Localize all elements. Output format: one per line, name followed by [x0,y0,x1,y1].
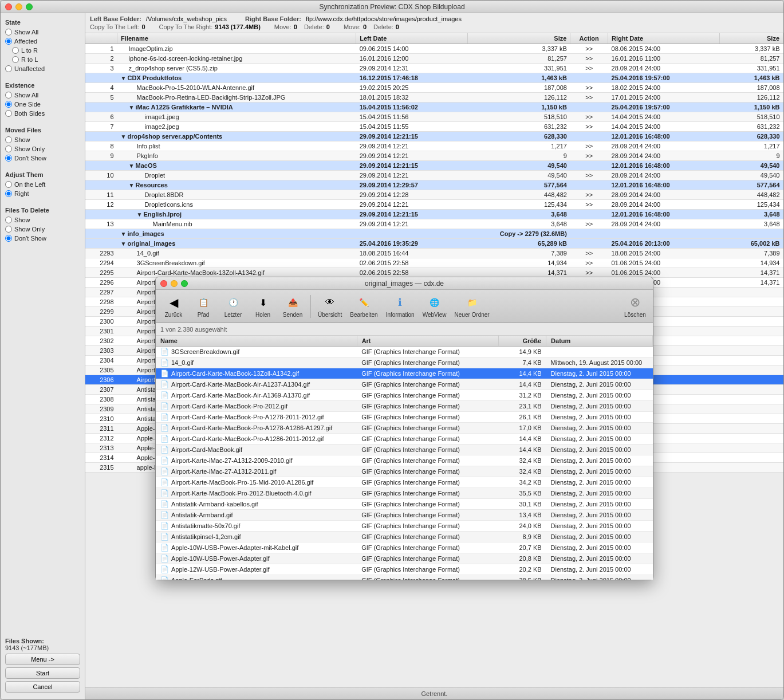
moved-show[interactable]: Show [3,136,82,144]
table-row[interactable]: 10 Droplet 29.09.2014 12:21 49,540 >> 28… [85,171,783,180]
table-row[interactable]: 5 MacBook-Pro-Retina-LED-Backlight-Strip… [85,93,783,103]
finder-maximize-button[interactable] [181,280,188,287]
table-row[interactable]: 11 Droplet.8BDR 29.09.2014 12:28 448,482… [85,190,783,200]
finder-list-item[interactable]: 📄Airport-Card-Karte-MacBook-Pro-2012.gif… [156,401,653,412]
table-row[interactable]: 2295 Airport-Card-Karte-MacBook-13Zoll-A… [85,268,783,278]
ftd-dont-show-radio[interactable] [5,235,12,242]
finder-col-size[interactable]: Größe [499,336,546,347]
table-row[interactable]: 9 PkgInfo 29.09.2014 12:21 9 >> 28.09.20… [85,151,783,161]
table-row[interactable]: 3 z_drop4shop server (CS5.5).zip 29.09.2… [85,64,783,73]
state-l-to-r-radio[interactable] [12,47,19,54]
finder-send-button[interactable]: 📤 Senden [278,292,307,320]
finder-overview-button[interactable]: 👁 Übersicht [314,292,345,320]
finder-info-button[interactable]: ℹ Information [383,292,418,320]
finder-list-item[interactable]: 📄Apple-10W-USB-Power-Adapter-mit-Kabel.g… [156,542,653,553]
table-row[interactable]: 2294 3GScreenBreakdown.gif 02.06.2015 22… [85,258,783,268]
table-row[interactable]: ▼Resources 29.09.2014 12:29:57 577,564 1… [85,180,783,190]
finder-delete-button[interactable]: ⊗ Löschen [621,292,649,320]
existence-show-all[interactable]: Show All [3,91,82,99]
minimize-button[interactable] [15,3,22,10]
state-show-all[interactable]: Show All [3,28,82,36]
col-header-left-date[interactable]: Left Date [356,33,468,44]
finder-list-item[interactable]: 📄Apple-EarPods.gif GIF (Graphics Interch… [156,575,653,580]
ftd-dont-show[interactable]: Don't Show [3,234,82,242]
finder-list-item[interactable]: 📄Airport-Card-Karte-MacBook-13Zoll-A1342… [156,368,653,379]
state-unaffected-radio[interactable] [5,65,12,72]
table-row[interactable]: 2 iphone-6s-lcd-screen-locking-retainer.… [85,54,783,64]
finder-list-item[interactable]: 📄Airport-Card-Karte-MacBook-Pro-A1286-20… [156,434,653,445]
finder-list-item[interactable]: 📄Airport-Card-MacBook.gif GIF (Graphics … [156,445,653,455]
finder-list-item[interactable]: 📄Airport-Karte-MacBook-Pro-2012-Bluetoot… [156,488,653,499]
start-button[interactable]: Start [5,667,80,679]
finder-list-item[interactable]: 📄14_0.gif GIF (Graphics Interchange Form… [156,357,653,368]
state-l-to-r[interactable]: L to R [3,46,82,54]
finder-close-button[interactable] [160,280,167,287]
moved-show-only-radio[interactable] [5,145,12,152]
table-row[interactable]: 1 ImageOptim.zip 09.06.2015 14:00 3,337 … [85,44,783,54]
close-button[interactable] [5,3,12,10]
ftd-show[interactable]: Show [3,216,82,224]
moved-show-radio[interactable] [5,136,12,143]
adjust-right-radio[interactable] [5,190,12,197]
adjust-left[interactable]: On the Left [3,180,82,188]
existence-one-side-radio[interactable] [5,101,12,108]
maximize-button[interactable] [26,3,33,10]
finder-minimize-button[interactable] [171,280,178,287]
finder-list-item[interactable]: 📄Antistatikpinsel-1,2cm.gif GIF (Graphic… [156,532,653,542]
finder-fetch-button[interactable]: ⬇ Holen [249,292,277,320]
finder-path-button[interactable]: 📋 Pfad [189,292,218,320]
col-header-filename[interactable]: Filename [117,33,356,44]
table-row[interactable]: ▼English.lproj 29.09.2014 12:21:15 3,648… [85,210,783,219]
table-row[interactable]: ▼drop4shop server.app/Contents 29.09.201… [85,132,783,141]
finder-list-item[interactable]: 📄Airport-Karte-MacBook-Pro-15-Mid-2010-A… [156,477,653,488]
existence-one-side[interactable]: One Side [3,100,82,108]
state-affected-radio[interactable] [5,38,12,45]
state-show-all-radio[interactable] [5,29,12,36]
col-header-right-date[interactable]: Right Date [608,33,720,44]
state-r-to-l-radio[interactable] [12,56,19,63]
finder-list-item[interactable]: 📄Airport-Card-Karte-MacBook-Air-A1369-A1… [156,390,653,401]
finder-list-item[interactable]: 📄Antistatikmatte-50x70.gif GIF (Graphics… [156,521,653,532]
table-row[interactable]: 13 MainMenu.nib 29.09.2014 12:21 3,648 >… [85,219,783,229]
adjust-right[interactable]: Right [3,190,82,198]
col-header-action[interactable]: Action [570,33,608,44]
table-row[interactable]: ▼info_images Copy -> 2279 (32.6MB) [85,229,783,239]
table-row[interactable]: 12 DropletIcons.icns 29.09.2014 12:21 12… [85,200,783,210]
table-row[interactable]: ▼original_images 25.04.2016 19:35:29 65,… [85,239,783,249]
finder-webview-button[interactable]: 🌐 WebView [419,292,450,320]
finder-col-type[interactable]: Art [357,336,499,347]
col-header-left-size[interactable]: Size [467,33,570,44]
cancel-button[interactable]: Cancel [5,681,80,693]
menu-button[interactable]: Menu -> [5,654,80,665]
table-row[interactable]: ▼MacOS 29.09.2014 12:21:15 49,540 12.01.… [85,161,783,171]
finder-last-button[interactable]: 🕐 Letzter [219,292,247,320]
finder-col-name[interactable]: Name [156,336,357,347]
table-row[interactable]: 4 MacBook-Pro-15-2010-WLAN-Antenne.gif 1… [85,83,783,93]
table-row[interactable]: ▼iMac A1225 Grafikkarte – NVIDIA 15.04.2… [85,103,783,112]
finder-list-item[interactable]: 📄Antistatik-Armband.gif GIF (Graphics In… [156,510,653,521]
moved-show-only[interactable]: Show Only [3,145,82,153]
finder-list-item[interactable]: 📄Airport-Card-Karte-MacBook-Pro-A1278-A1… [156,423,653,434]
table-row[interactable]: 8 Info.plist 29.09.2014 12:21 1,217 >> 2… [85,141,783,151]
table-row[interactable]: 2293 14_0.gif 18.08.2015 16:44 7,389 >> … [85,249,783,258]
adjust-left-radio[interactable] [5,181,12,188]
table-row[interactable]: 6 image1.jpeg 15.04.2015 11:56 518,510 >… [85,112,783,122]
table-row[interactable]: 7 image2.jpeg 15.04.2015 11:55 631,232 >… [85,122,783,132]
table-row[interactable]: ▼CDX Produktfotos 16.12.2015 17:46:18 1,… [85,73,783,83]
finder-list-item[interactable]: 📄Apple-10W-USB-Power-Adapter.gif GIF (Gr… [156,553,653,564]
state-affected[interactable]: Affected [3,37,82,45]
ftd-show-only[interactable]: Show Only [3,225,82,233]
finder-list-item[interactable]: 📄Antistatik-Armband-kabellos.gif GIF (Gr… [156,499,653,510]
moved-dont-show-radio[interactable] [5,155,12,162]
finder-col-date[interactable]: Datum [546,336,653,347]
existence-both-sides[interactable]: Both Sides [3,109,82,117]
finder-list-item[interactable]: 📄3GScreenBreakdown.gif GIF (Graphics Int… [156,347,653,357]
existence-both-sides-radio[interactable] [5,110,12,117]
existence-show-all-radio[interactable] [5,92,12,99]
moved-dont-show[interactable]: Don't Show [3,154,82,162]
finder-list-item[interactable]: 📄Airport-Card-Karte-MacBook-Pro-A1278-20… [156,412,653,423]
ftd-show-radio[interactable] [5,217,12,223]
finder-new-folder-button[interactable]: 📁 Neuer Ordner [451,292,493,320]
finder-list-item[interactable]: 📄Airport-Card-Karte-MacBook-Air-A1237-A1… [156,379,653,390]
state-r-to-l[interactable]: R to L [3,56,82,64]
